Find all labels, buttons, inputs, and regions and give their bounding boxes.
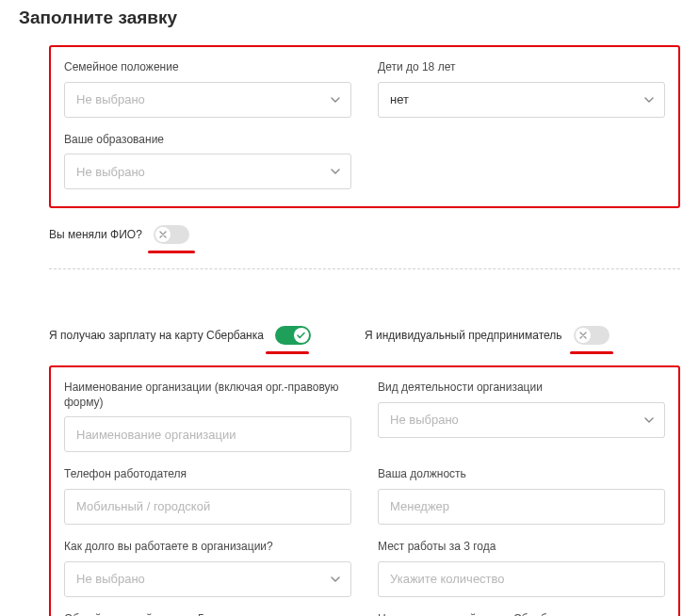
- personal-section: Семейное положение Не выбрано Дети до 18…: [49, 45, 680, 208]
- x-icon: [159, 231, 167, 238]
- sber-salary-toggle[interactable]: [275, 326, 311, 345]
- sbercard-label: Номер зарплатной карты Сбербанка: [378, 612, 665, 616]
- org-name-label: Наименование организации (включая орг.-п…: [64, 381, 351, 410]
- name-changed-label: Вы меняли ФИО?: [49, 228, 142, 241]
- marital-status-select[interactable]: Не выбрано: [64, 82, 351, 118]
- annotation-underline: [148, 251, 195, 253]
- position-input[interactable]: [378, 489, 665, 525]
- tenure-label: Как долго вы работаете в организации?: [64, 540, 351, 555]
- children-value: нет: [378, 82, 665, 118]
- org-name-input[interactable]: [64, 416, 351, 452]
- annotation-underline: [266, 351, 309, 354]
- entrepreneur-label: Я индивидуальный предприниматель: [365, 329, 562, 342]
- entrepreneur-toggle[interactable]: [574, 326, 610, 345]
- divider: [49, 268, 680, 269]
- children-select[interactable]: нет: [378, 82, 665, 118]
- tenure-value: Не выбрано: [64, 561, 351, 597]
- employer-phone-label: Телефон работодателя: [64, 467, 351, 482]
- check-icon: [297, 332, 305, 339]
- name-changed-toggle[interactable]: [154, 225, 189, 244]
- toggle-knob: [576, 328, 591, 343]
- toggle-knob: [294, 328, 309, 343]
- employer-phone-input[interactable]: [64, 489, 351, 525]
- activity-type-value: Не выбрано: [378, 402, 665, 438]
- marital-status-value: Не выбрано: [64, 82, 351, 118]
- totalexp-label: Общий трудовой стаж за 5 лет: [64, 612, 351, 616]
- page-title: Заполните заявку: [19, 8, 680, 28]
- children-label: Дети до 18 лет: [378, 60, 665, 75]
- education-value: Не выбрано: [64, 154, 351, 189]
- activity-type-select[interactable]: Не выбрано: [378, 402, 665, 438]
- sber-salary-label: Я получаю зарплату на карту Сбербанка: [49, 329, 264, 342]
- annotation-underline: [570, 351, 613, 354]
- jobs3y-input[interactable]: [378, 561, 665, 597]
- toggle-knob: [155, 227, 171, 242]
- employment-section: Наименование организации (включая орг.-п…: [49, 365, 680, 616]
- x-icon: [579, 332, 587, 339]
- tenure-select[interactable]: Не выбрано: [64, 561, 351, 597]
- education-label: Ваше образование: [64, 133, 351, 148]
- activity-type-label: Вид деятельности организации: [378, 381, 665, 396]
- education-select[interactable]: Не выбрано: [64, 154, 351, 189]
- position-label: Ваша должность: [378, 467, 665, 482]
- marital-status-label: Семейное положение: [64, 60, 351, 75]
- jobs3y-label: Мест работы за 3 года: [378, 540, 665, 555]
